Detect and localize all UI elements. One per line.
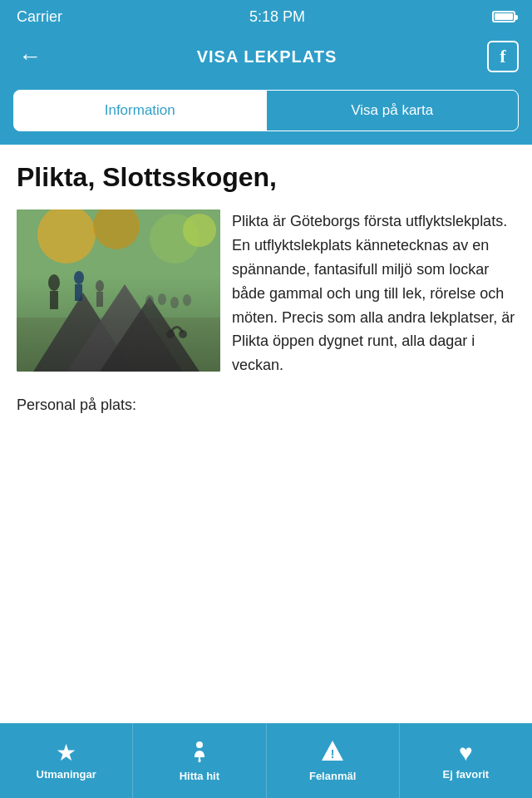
- location-icon: [188, 739, 211, 766]
- place-description: Plikta är Göteborgs första utflyktslekpl…: [232, 209, 515, 377]
- bottom-tab-favorit[interactable]: ♥ Ej favorit: [400, 723, 532, 798]
- place-image: [17, 209, 220, 372]
- facebook-button[interactable]: f: [487, 41, 519, 72]
- main-content: Plikta, Slottsskogen,: [0, 145, 532, 725]
- battery-icon: [492, 11, 515, 22]
- tab-map[interactable]: Visa på karta: [267, 91, 519, 131]
- place-title: Plikta, Slottsskogen,: [17, 161, 515, 193]
- svg-rect-12: [75, 284, 82, 301]
- svg-point-4: [183, 214, 216, 247]
- svg-point-19: [166, 330, 175, 338]
- nav-title: VISA LEKPLATS: [197, 47, 337, 66]
- svg-point-9: [48, 274, 60, 291]
- status-bar: Carrier 5:18 PM: [0, 0, 532, 33]
- bottom-tab-hitta-label: Hitta hit: [180, 770, 219, 782]
- bottom-tab-felanmal[interactable]: ! Felanmäl: [267, 723, 400, 798]
- svg-point-21: [196, 741, 203, 748]
- svg-point-18: [183, 294, 191, 306]
- bottom-tab-favorit-label: Ej favorit: [443, 768, 490, 781]
- nav-bar: ← VISA LEKPLATS f: [0, 33, 532, 80]
- svg-point-11: [74, 271, 84, 284]
- content-block: Plikta är Göteborgs första utflyktslekpl…: [17, 209, 515, 417]
- carrier-label: Carrier: [17, 8, 62, 26]
- section-label: Personal på plats:: [17, 393, 515, 417]
- svg-point-15: [145, 295, 154, 307]
- bottom-tab-utmaningar[interactable]: ★ Utmaningar: [0, 723, 133, 798]
- bottom-tab-utmaningar-label: Utmaningar: [37, 768, 96, 781]
- tab-information[interactable]: Information: [14, 91, 266, 131]
- svg-rect-14: [96, 292, 103, 307]
- svg-point-17: [170, 297, 179, 308]
- star-icon: ★: [56, 741, 76, 765]
- segment-control: Information Visa på karta: [13, 90, 519, 131]
- status-center: 5:18 PM: [249, 8, 305, 26]
- svg-marker-6: [33, 293, 133, 372]
- svg-point-13: [96, 280, 104, 292]
- svg-point-20: [179, 330, 187, 338]
- status-right: [492, 11, 515, 22]
- warning-icon: !: [320, 739, 345, 766]
- heart-icon: ♥: [459, 741, 473, 765]
- bottom-tab-hitta[interactable]: Hitta hit: [133, 723, 266, 798]
- bottom-tab-felanmal-label: Felanmäl: [309, 770, 356, 782]
- time-label: 5:18 PM: [249, 8, 305, 25]
- svg-marker-7: [66, 284, 183, 372]
- svg-rect-10: [50, 291, 58, 309]
- tab-segment: Information Visa på karta: [0, 80, 532, 145]
- svg-text:!: !: [331, 747, 335, 761]
- back-button[interactable]: ←: [13, 43, 47, 70]
- bottom-bar: ★ Utmaningar Hitta hit ! Felanmäl ♥ Ej f…: [0, 723, 532, 798]
- svg-marker-8: [100, 297, 200, 372]
- svg-point-16: [158, 293, 166, 305]
- svg-rect-5: [17, 318, 220, 372]
